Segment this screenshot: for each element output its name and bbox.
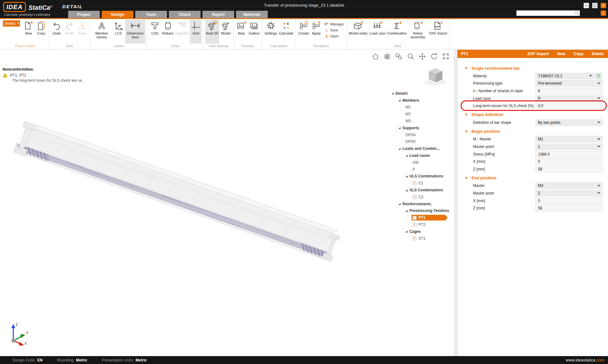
visibility-checkbox[interactable]: ✓ — [413, 223, 417, 227]
tree-item-reinforcements[interactable]: ◢Reinforcements — [389, 201, 452, 208]
refresh-material-button[interactable] — [595, 73, 602, 79]
section-header-begin-position[interactable]: ▼Begin position — [458, 127, 608, 136]
zoom-window-button[interactable] — [395, 52, 403, 61]
ribbon-button-calculate[interactable]: Calculate — [278, 20, 294, 44]
ribbon-button-apply-template[interactable]: Apply — [310, 20, 322, 44]
ribbon-button-template-manager[interactable]: Manager — [324, 22, 344, 26]
zoom-button[interactable] — [406, 52, 415, 61]
section-header-shape-definition[interactable]: ▼Shape definition — [458, 111, 608, 119]
visibility-checkbox[interactable]: ✓ — [413, 236, 417, 240]
dropdown-field-master-point[interactable]: 1 — [535, 144, 603, 150]
dropdown-field-master-point[interactable]: 2 — [535, 190, 603, 196]
tree-item-p[interactable]: P — [389, 166, 452, 173]
tree-item-sls-combinations[interactable]: ◢SLS Combinations — [389, 187, 452, 194]
dropdown-field-prestressing-type[interactable]: Pre-tensioned — [535, 80, 603, 86]
tree-item-cages[interactable]: ◢Cages — [389, 228, 452, 235]
search-input[interactable] — [518, 11, 575, 15]
input-field-long-term-losses-for-sls-check[interactable]: 0.0 — [535, 103, 603, 109]
input-field-z-mm[interactable]: 58 — [535, 166, 603, 172]
navigation-cube[interactable] — [423, 66, 447, 87]
tab-report[interactable]: Report — [202, 11, 234, 18]
tree-item-members[interactable]: ◢Members — [389, 97, 452, 104]
tab-tools[interactable]: Tools — [135, 11, 167, 18]
info-button[interactable]: i — [601, 10, 606, 16]
ribbon-button-create-template[interactable]: Create — [298, 20, 310, 44]
tab-design[interactable]: Design — [102, 11, 133, 18]
visibility-checkbox[interactable]: ✓ — [413, 195, 417, 199]
dropdown-field-m-master[interactable]: M1 — [535, 136, 603, 142]
expand-triangle-icon[interactable]: ◢ — [399, 147, 400, 150]
ribbon-button-real-3d[interactable]: Real 3D — [205, 20, 219, 44]
input-field-n-number-of-strands-in-layer[interactable]: 6 — [535, 88, 603, 94]
tree-item-loads-and-combin[interactable]: ◢Loads and Combin... — [389, 145, 452, 152]
nonconformity-items[interactable]: PT1, PT2 — [10, 73, 26, 78]
search-box[interactable] — [516, 10, 580, 16]
rotate-button[interactable] — [430, 52, 438, 61]
visibility-checkbox[interactable]: ✓ — [413, 216, 417, 220]
ribbon-button-template-save[interactable]: Save — [324, 28, 344, 32]
tree-item-uls-combinations[interactable]: ◢ULS Combinations — [389, 173, 452, 180]
expand-triangle-icon[interactable]: ◢ — [399, 126, 400, 129]
input-field-x-mm[interactable]: 0 — [535, 198, 603, 204]
expand-triangle-icon[interactable]: ◢ — [406, 230, 407, 233]
expand-triangle-icon[interactable]: ◢ — [399, 202, 400, 205]
ribbon-button-dimension-lines[interactable]: Dimension lines — [125, 20, 145, 44]
ribbon-button-grid[interactable]: Grid — [190, 20, 202, 44]
tab-materials[interactable]: Materials — [236, 11, 268, 18]
input-field-stress-mpa[interactable]: 1386.0 — [535, 151, 603, 157]
dropdown-field-load-case[interactable]: P — [535, 95, 603, 102]
tree-item-st1[interactable]: ✓ST1 — [389, 235, 452, 242]
expand-triangle-icon[interactable]: ◢ — [406, 154, 407, 157]
tree-item-detail1[interactable]: ◢Detail1 — [389, 90, 452, 97]
copy-tendon-button[interactable]: Copy — [573, 52, 583, 56]
tree-item-pt2[interactable]: ✓PT2 — [389, 221, 452, 228]
ribbon-button-dxf-import[interactable]: DXF DXF Import — [429, 20, 448, 44]
ribbon-button-lcs[interactable]: LCS — [112, 20, 125, 44]
project-item-selector[interactable]: Detail1 — [3, 20, 20, 27]
home-view-button[interactable] — [371, 52, 380, 61]
tree-item-m1[interactable]: M1 — [389, 104, 452, 111]
ribbon-button-combination[interactable]: Σ Combination — [387, 20, 407, 44]
pan-button[interactable] — [418, 52, 426, 61]
ribbon-button-load-case[interactable]: Load case — [369, 20, 386, 44]
ribbon-button-template-open[interactable]: Open — [324, 34, 344, 38]
new-tendon-button[interactable]: New — [557, 52, 566, 56]
section-header-single-reinforcement-bar[interactable]: ▼Single reinforcement bar — [458, 64, 608, 72]
tab-check[interactable]: Check — [169, 11, 201, 18]
ribbon-button-rebars[interactable]: Rebars — [162, 20, 174, 44]
tree-item-m3[interactable]: M3 — [389, 118, 452, 125]
expand-triangle-icon[interactable]: ◢ — [399, 99, 400, 102]
website-link[interactable]: www.ideastatica.com — [566, 358, 604, 362]
ribbon-button-member-names[interactable]: A Member names — [92, 20, 112, 44]
view-mode-button[interactable] — [383, 52, 391, 61]
dxf-import-button[interactable]: DXF Import — [528, 52, 549, 56]
input-field-x-mm[interactable]: 0 — [535, 158, 603, 165]
visibility-checkbox[interactable]: ✓ — [413, 181, 417, 185]
tree-item-dps5[interactable]: DPS5 — [389, 138, 452, 145]
tree-item-dps4[interactable]: DPS4 — [389, 131, 452, 138]
input-field-z-mm[interactable]: 58 — [535, 205, 603, 211]
viewport-scrollbar[interactable] — [454, 50, 457, 356]
expand-triangle-icon[interactable]: ◢ — [406, 209, 407, 212]
ribbon-button-model[interactable]: Model — [220, 20, 232, 44]
expand-triangle-icon[interactable]: ◢ — [406, 175, 407, 178]
ribbon-button-copy-item[interactable]: Copy — [35, 20, 47, 44]
tab-project[interactable]: Project — [68, 11, 100, 18]
tree-item-pt1[interactable]: ✓PT1 — [389, 214, 452, 221]
minimize-button[interactable]: – — [584, 3, 589, 8]
ribbon-button-rebar-assembly[interactable]: Rebar assembly — [408, 20, 428, 44]
ribbon-button-css[interactable]: CSS — [149, 20, 161, 44]
ribbon-button-new-item[interactable]: New — [22, 20, 35, 44]
section-header-end-position[interactable]: ▼End position — [458, 174, 608, 182]
tree-item-sw[interactable]: SW — [389, 159, 452, 166]
dropdown-field-material[interactable]: Y1860S7-15.2 — [535, 73, 594, 79]
ribbon-button-model-entity[interactable]: Model entity — [348, 20, 368, 44]
ribbon-button-undo[interactable]: Undo — [51, 20, 63, 44]
tree-item-load-cases[interactable]: ◢Load cases — [389, 152, 452, 159]
delete-tendon-button[interactable]: Delete — [592, 52, 604, 56]
ribbon-button-new-picture[interactable]: New — [235, 20, 247, 44]
dropdown-field-definition-of-bar-shape[interactable]: By two points — [535, 119, 603, 126]
tree-item-m2[interactable]: M2 — [389, 111, 452, 118]
expand-triangle-icon[interactable]: ◢ — [406, 189, 407, 192]
ribbon-button-gallery[interactable]: Gallery — [248, 20, 260, 44]
